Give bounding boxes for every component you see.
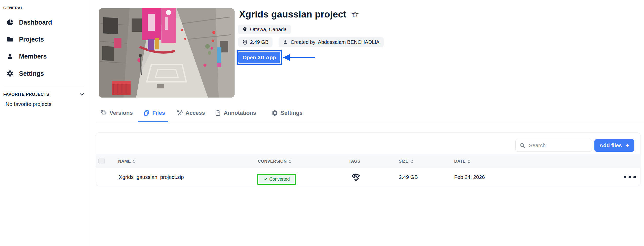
search-icon — [520, 142, 526, 148]
plus-icon: + — [625, 142, 629, 149]
street-scene-image — [99, 8, 235, 98]
eye-check-icon[interactable] — [351, 172, 361, 182]
creator-badge: Created by: Abdessalam BENCHADLIA — [279, 37, 383, 47]
tab-label: Versions — [110, 110, 133, 116]
ellipsis-dot — [624, 176, 626, 178]
size-text: 2.49 GB — [250, 39, 268, 45]
gear-icon — [272, 110, 278, 116]
favorite-star-icon[interactable]: ☆ — [351, 10, 359, 19]
project-title-row: Xgrids gaussian project ☆ — [239, 9, 359, 20]
sidebar-item-label: Dashboard — [19, 19, 52, 26]
sidebar-item-label: Members — [19, 53, 47, 60]
project-meta-row-2: 2.49 GB Created by: Abdessalam BENCHADLI… — [238, 37, 384, 47]
pie-chart-icon — [7, 19, 14, 26]
file-date: Feb 24, 2026 — [454, 168, 485, 186]
sidebar-item-projects[interactable]: Projects — [7, 34, 44, 45]
column-header-name[interactable]: NAME — [118, 154, 136, 168]
location-badge: Ottawa, Canada — [238, 25, 291, 34]
sidebar-item-label: Settings — [19, 70, 44, 77]
sidebar-item-settings[interactable]: Settings — [7, 68, 44, 79]
sort-icon — [133, 159, 136, 164]
person-icon — [283, 40, 288, 45]
sidebar-divider — [3, 86, 84, 86]
table-row[interactable]: Xgrids_gaussian_project.zip Converted 2.… — [96, 168, 640, 186]
sidebar: GENERAL Dashboard Projects Members — [0, 0, 90, 246]
sidebar-item-members[interactable]: Members — [7, 51, 47, 62]
sidebar-section-general: GENERAL — [3, 6, 23, 10]
project-meta-row-1: Ottawa, Canada — [238, 25, 291, 34]
column-header-conversion[interactable]: CONVERSION — [258, 154, 292, 168]
files-panel: Add files + NAME CONVERSION TAGS SIZ — [96, 133, 640, 186]
active-tab-indicator — [138, 121, 168, 122]
column-header-date[interactable]: DATE — [454, 154, 471, 168]
favorites-empty-text: No favorite projects — [6, 101, 51, 107]
sidebar-item-dashboard[interactable]: Dashboard — [7, 17, 52, 28]
conversion-status-badge: Converted — [259, 175, 294, 183]
add-files-button[interactable]: Add files + — [594, 139, 634, 152]
column-header-tags: TAGS — [349, 154, 360, 168]
tab-access[interactable]: Access — [176, 108, 205, 118]
page-title: Xgrids gaussian project — [239, 9, 346, 20]
favorite-projects-label: FAVORITE PROJECTS — [3, 92, 49, 97]
location-text: Ottawa, Canada — [250, 27, 287, 32]
sidebar-item-label: Projects — [19, 36, 44, 43]
folder-icon — [7, 36, 14, 43]
sort-icon — [467, 159, 471, 164]
search-box — [515, 139, 592, 152]
tab-label: Annotations — [224, 110, 256, 116]
add-files-label: Add files — [599, 142, 622, 148]
tag-icon — [100, 110, 107, 116]
annotation-arrow-icon — [283, 53, 316, 62]
search-input[interactable] — [529, 142, 588, 148]
project-thumbnail[interactable] — [99, 8, 235, 98]
size-badge: 2.49 GB — [238, 37, 273, 47]
tab-label: Settings — [281, 110, 303, 116]
ellipsis-dot — [629, 176, 631, 178]
sort-icon — [288, 159, 292, 164]
file-name: Xgrids_gaussian_project.zip — [119, 168, 184, 186]
column-header-size[interactable]: SIZE — [399, 154, 413, 168]
favorite-projects-header[interactable]: FAVORITE PROJECTS — [3, 91, 85, 97]
tab-versions[interactable]: Versions — [100, 108, 133, 118]
select-all-checkbox[interactable] — [98, 158, 105, 164]
ellipsis-dot — [633, 176, 636, 178]
person-icon — [7, 53, 14, 60]
database-icon — [242, 40, 247, 45]
tab-label: Files — [152, 110, 165, 116]
file-size: 2.49 GB — [399, 168, 418, 186]
tab-files[interactable]: Files — [143, 108, 165, 118]
gear-icon — [7, 70, 14, 77]
check-icon — [263, 177, 267, 181]
chevron-down-icon — [79, 91, 85, 97]
conversion-status-text: Converted — [269, 177, 290, 182]
tab-settings[interactable]: Settings — [272, 108, 303, 118]
row-actions-menu[interactable] — [624, 168, 636, 186]
people-icon — [176, 110, 183, 116]
open-3d-app-button[interactable]: Open 3D App — [238, 52, 280, 63]
clipboard-icon — [215, 110, 221, 116]
app-window: GENERAL Dashboard Projects Members — [0, 0, 644, 246]
tab-annotations[interactable]: Annotations — [215, 108, 256, 118]
copy-icon — [143, 110, 150, 116]
tabs-divider — [96, 122, 644, 122]
table-header: NAME CONVERSION TAGS SIZE — [96, 154, 640, 168]
location-pin-icon — [242, 27, 247, 32]
creator-text: Created by: Abdessalam BENCHADLIA — [290, 39, 379, 45]
tab-label: Access — [185, 110, 205, 116]
sort-icon — [410, 159, 413, 164]
